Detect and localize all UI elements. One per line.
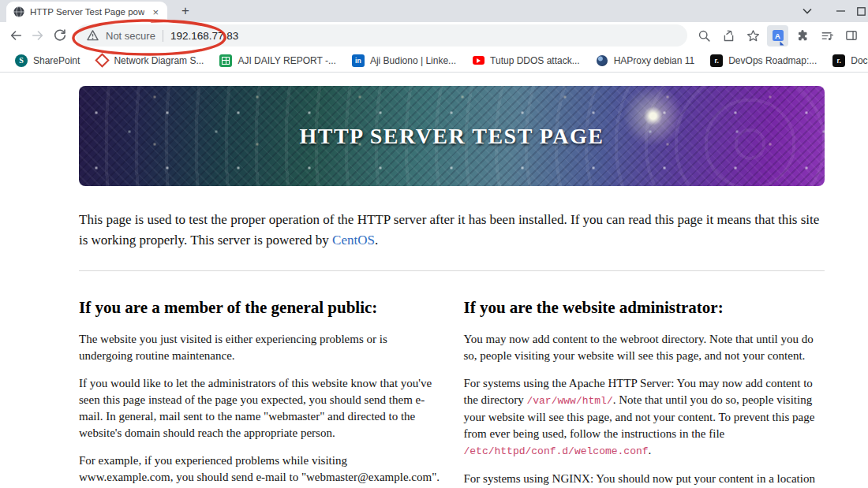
sharepoint-icon: [15, 54, 28, 67]
diagram-icon: [95, 54, 108, 67]
tab-strip: HTTP Server Test Page powered × +: [0, 0, 868, 22]
youtube-icon: [472, 54, 485, 67]
tab-search-chevron-icon[interactable]: [791, 0, 824, 22]
paragraph: For systems using NGINX: You should now …: [464, 471, 825, 488]
side-panel-icon[interactable]: [840, 25, 862, 47]
new-tab-button[interactable]: +: [177, 2, 194, 20]
maximize-button-icon[interactable]: [857, 0, 868, 22]
two-column-section: If you are a member of the general publi…: [79, 271, 825, 488]
bookmark-item[interactable]: Network Diagram S...: [88, 52, 211, 69]
test-page-banner: HTTP SERVER TEST PAGE: [79, 86, 825, 186]
url-text[interactable]: 192.168.77.83: [170, 30, 238, 42]
address-bar[interactable]: Not secure 192.168.77.83: [76, 24, 687, 47]
bookmark-label: DevOps Roadmap:...: [728, 55, 817, 66]
bookmark-label: AJI DAILY REPORT -...: [238, 55, 335, 66]
paragraph: For example, if you experienced problems…: [79, 453, 440, 486]
roadmap-icon: [832, 54, 845, 67]
search-icon[interactable]: [694, 25, 715, 47]
tab-close-icon[interactable]: ×: [150, 6, 161, 18]
bookmark-item[interactable]: Docker Roadmap -...: [825, 52, 868, 69]
extensions-puzzle-icon[interactable]: [791, 25, 813, 47]
bookmark-item[interactable]: DevOps Roadmap:...: [703, 52, 824, 69]
bookmark-item[interactable]: SharePoint: [8, 52, 87, 69]
bookmark-label: Network Diagram S...: [114, 55, 204, 66]
bookmark-item[interactable]: AJI DAILY REPORT -...: [212, 52, 342, 69]
bookmark-label: Tutup DDOS attack...: [490, 55, 580, 66]
paragraph: If you would like to let the administrat…: [79, 375, 440, 441]
general-public-column: If you are a member of the general publi…: [79, 271, 440, 488]
translate-icon[interactable]: A: [767, 25, 788, 47]
bookmark-item[interactable]: HAProxy debian 11: [589, 52, 702, 69]
browser-tab[interactable]: HTTP Server Test Page powered ×: [6, 2, 167, 22]
bookmark-label: SharePoint: [33, 55, 80, 66]
bookmark-label: HAProxy debian 11: [614, 55, 695, 66]
tab-title: HTTP Server Test Page powered: [30, 7, 144, 17]
page-viewport: HTTP SERVER TEST PAGE This page is used …: [0, 86, 868, 488]
toolbar-actions: A: [694, 25, 862, 47]
general-public-heading: If you are a member of the general publi…: [79, 298, 440, 318]
administrator-heading: If you are the website administrator:: [464, 298, 825, 318]
centos-link[interactable]: CentOS: [332, 233, 375, 248]
bookmark-star-icon[interactable]: [743, 25, 764, 47]
banner-title: HTTP SERVER TEST PAGE: [299, 124, 604, 149]
bookmark-label: Docker Roadmap -...: [851, 55, 868, 66]
administrator-column: If you are the website administrator: Yo…: [464, 271, 825, 488]
browser-toolbar: Not secure 192.168.77.83 A: [0, 22, 868, 49]
bookmark-item[interactable]: Tutup DDOS attack...: [465, 52, 587, 69]
bookmark-label: Aji Budiono | Linke...: [370, 55, 456, 66]
linkedin-icon: [352, 54, 365, 67]
window-controls: [791, 0, 868, 22]
forward-icon[interactable]: [27, 24, 49, 47]
bookmarks-bar: SharePoint Network Diagram S... AJI DAIL…: [0, 49, 868, 73]
omnibox-divider: [163, 30, 163, 42]
not-secure-warning-icon[interactable]: [87, 30, 99, 41]
intro-paragraph: This page is used to test the proper ope…: [79, 210, 822, 250]
roadmap-icon: [710, 54, 723, 67]
paragraph: The website you just visited is either e…: [79, 331, 440, 364]
sheets-icon: [219, 54, 232, 67]
paragraph: For systems using the Apache HTTP Server…: [464, 375, 825, 460]
globe-favicon-icon: [13, 6, 24, 17]
back-icon[interactable]: [5, 24, 27, 47]
paragraph: You may now add content to the webroot d…: [464, 331, 825, 364]
minimize-button-icon[interactable]: [824, 0, 857, 22]
bookmark-item[interactable]: Aji Budiono | Linke...: [345, 52, 463, 69]
haproxy-icon: [596, 54, 608, 67]
media-controls-icon[interactable]: [816, 25, 837, 47]
share-icon[interactable]: [718, 25, 739, 47]
security-label[interactable]: Not secure: [106, 30, 155, 42]
reload-icon[interactable]: [49, 24, 71, 47]
